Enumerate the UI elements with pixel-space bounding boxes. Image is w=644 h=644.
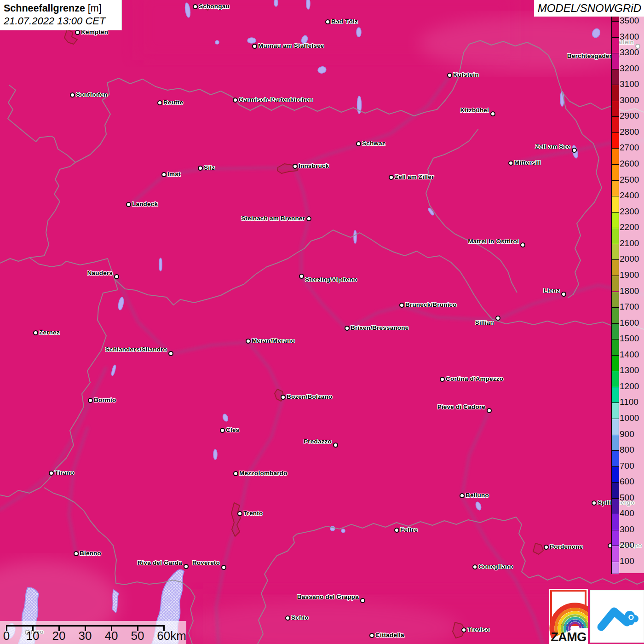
city-label: Trento xyxy=(243,509,263,518)
city-label: Nauders xyxy=(87,269,113,277)
city-dot xyxy=(508,161,513,166)
scalebar-number: 20 xyxy=(52,629,66,643)
city-dot xyxy=(472,564,477,569)
city-label: Bormio xyxy=(94,396,116,404)
valid-datetime: 21.07.2022 13:00 CET xyxy=(4,15,117,27)
scalebar-number: 10 xyxy=(26,629,40,643)
city-markers-layer: SchongauBad TölzKemptenMurnau am Staffel… xyxy=(0,0,644,644)
city-label: Sterzing/Vipiteno xyxy=(305,276,357,284)
city-label: Feltre xyxy=(400,526,418,534)
scalebar-number: 50 xyxy=(131,629,144,643)
city-label: Imst xyxy=(167,170,181,178)
city-dot xyxy=(70,92,75,98)
zamg-logo: ZAMG xyxy=(549,589,588,644)
city-label: Cittadella xyxy=(375,631,404,639)
city-dot xyxy=(221,565,226,570)
city-dot xyxy=(168,351,173,356)
city-dot xyxy=(520,242,525,247)
city-dot xyxy=(495,316,500,321)
city-dot xyxy=(49,471,54,476)
city-label: Riva del Garda xyxy=(138,559,182,567)
zamg-logo-text: ZAMG xyxy=(551,630,586,644)
city-label: Reutte xyxy=(163,98,183,107)
title-box: Schneefallgrenze [m] 21.07.2022 13:00 CE… xyxy=(0,0,122,30)
city-label: Kufstein xyxy=(453,71,479,79)
city-dot xyxy=(74,551,79,556)
city-label: Zernez xyxy=(39,328,60,337)
city-label: Hallein xyxy=(613,38,634,46)
city-label: Pordenone xyxy=(550,543,583,551)
city-dot xyxy=(233,98,238,103)
city-dot xyxy=(220,428,225,433)
city-label: Bozen/Bolzano xyxy=(287,393,332,401)
city-label: Bienno xyxy=(80,549,101,558)
city-dot xyxy=(33,330,38,335)
city-label: Steinach am Brenner xyxy=(241,214,305,223)
city-dot xyxy=(293,164,298,169)
city-dot xyxy=(161,172,167,177)
city-label: Belluno xyxy=(466,491,489,500)
city-dot xyxy=(561,292,566,297)
distance-scalebar: 0102030405060km xyxy=(0,621,186,644)
city-dot xyxy=(460,493,465,498)
city-dot xyxy=(285,615,290,621)
city-dot xyxy=(114,274,119,279)
city-dot xyxy=(333,443,338,448)
city-dot xyxy=(157,100,162,105)
city-label: Brixen/Bressanone xyxy=(351,324,408,332)
model-label: MODEL/SNOWGRiD xyxy=(534,0,644,17)
city-label: Murnau am Staffelsee xyxy=(258,42,324,50)
city-dot xyxy=(325,19,330,24)
city-label: Tirano xyxy=(55,469,74,477)
city-label: Silz xyxy=(204,164,215,172)
scalebar-number: 0 xyxy=(3,629,10,643)
city-dot xyxy=(440,377,445,382)
city-dot xyxy=(356,141,361,146)
city-dot xyxy=(360,598,365,603)
city-label: Mittersill xyxy=(514,159,541,167)
snowgrid-map-page: SchongauBad TölzKemptenMurnau am Staffel… xyxy=(0,0,644,644)
city-label: Landeck xyxy=(132,200,158,208)
scalebar-number: 40 xyxy=(105,629,118,643)
city-label: Matrei in Osttirol xyxy=(468,237,519,246)
city-label: Schwaz xyxy=(362,139,385,148)
city-dot xyxy=(246,339,251,344)
city-label: Codroipo xyxy=(614,541,642,550)
city-label: Schongau xyxy=(199,2,230,11)
city-label: Cortina d'Ampezzo xyxy=(446,375,503,383)
city-label: Garmisch-Partenkirchen xyxy=(239,96,313,104)
city-label: Sillian xyxy=(475,319,494,327)
city-label: Innsbruck xyxy=(299,162,329,170)
city-label: Kitzbühel xyxy=(460,106,489,115)
city-dot xyxy=(237,511,242,516)
city-dot xyxy=(399,303,404,308)
city-label: Mezzolombardo xyxy=(239,469,288,477)
title-unit: [m] xyxy=(85,3,102,14)
city-label: Conegliano xyxy=(478,563,513,571)
city-dot xyxy=(252,44,257,49)
city-dot xyxy=(281,395,286,400)
city-dot xyxy=(635,44,640,49)
city-label: Bruneck/Brunico xyxy=(405,301,457,309)
city-label: Schlanders/Silandro xyxy=(105,345,167,354)
city-label: Bad Tölz xyxy=(331,17,358,26)
city-dot xyxy=(447,73,452,78)
city-dot xyxy=(394,528,399,533)
city-dot xyxy=(544,545,549,550)
city-dot xyxy=(487,408,492,413)
city-dot xyxy=(615,54,620,59)
city-dot xyxy=(184,564,189,569)
city-dot xyxy=(299,274,304,279)
page-title: Schneefallgrenze [m] xyxy=(4,2,117,15)
scalebar-number: 30 xyxy=(79,629,92,643)
mountain-cloud-logo xyxy=(590,590,644,643)
city-label: Sonthofen xyxy=(76,91,108,99)
city-label: Meran/Merano xyxy=(252,337,295,345)
city-dot xyxy=(233,471,238,476)
city-label: Treviso xyxy=(467,626,490,634)
city-label: Zell am See xyxy=(535,143,571,151)
city-label: Berchtesgaden xyxy=(567,52,613,60)
city-label: Lienz xyxy=(543,287,560,295)
city-dot xyxy=(88,398,93,403)
city-dot xyxy=(490,111,495,116)
